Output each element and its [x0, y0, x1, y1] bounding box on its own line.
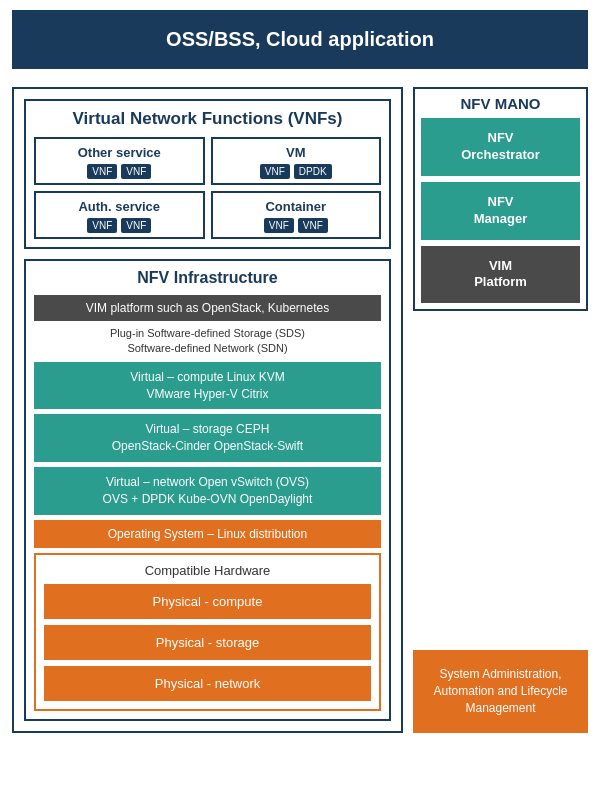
vnf-tag: VNF	[121, 164, 151, 179]
top-bar: OSS/BSS, Cloud application	[12, 10, 588, 69]
vnf-tag: VNF	[264, 218, 294, 233]
vnf-box-vm: VM VNF DPDK	[211, 137, 382, 185]
vnf-box-other-service: Other service VNF VNF	[34, 137, 205, 185]
physical-network: Physical - network	[44, 666, 371, 701]
vnf-box-container-title: Container	[217, 199, 376, 214]
sys-admin-box: System Administration, Automation and Li…	[413, 650, 588, 732]
sys-admin-label: System Administration, Automation and Li…	[433, 667, 567, 715]
virtual-network-bar: Virtual – network Open vSwitch (OVS)OVS …	[34, 467, 381, 515]
nfv-manager: NFVManager	[421, 182, 580, 240]
plugin-text: Plug-in Software-defined Storage (SDS)So…	[34, 326, 381, 357]
hardware-title: Compatible Hardware	[44, 563, 371, 578]
top-bar-title: OSS/BSS, Cloud application	[166, 28, 434, 50]
nfv-mano-title: NFV MANO	[421, 95, 580, 112]
vnf-box-other-service-title: Other service	[40, 145, 199, 160]
virtual-storage-bar: Virtual – storage CEPHOpenStack-Cinder O…	[34, 414, 381, 462]
vnf-box-vm-title: VM	[217, 145, 376, 160]
vnf-section: Virtual Network Functions (VNFs) Other s…	[24, 99, 391, 249]
vnf-tag: VNF	[87, 218, 117, 233]
physical-compute: Physical - compute	[44, 584, 371, 619]
nfvi-title: NFV Infrastructure	[34, 269, 381, 287]
vnf-tag: VNF	[121, 218, 151, 233]
physical-storage: Physical - storage	[44, 625, 371, 660]
hardware-box: Compatible Hardware Physical - compute P…	[34, 553, 381, 711]
os-bar: Operating System – Linux distribution	[34, 520, 381, 548]
vnf-box-container: Container VNF VNF	[211, 191, 382, 239]
nfv-orchestrator: NFVOrchestrator	[421, 118, 580, 176]
vnf-box-auth: Auth. service VNF VNF	[34, 191, 205, 239]
nfv-mano-section: NFV MANO NFVOrchestrator NFVManager VIMP…	[413, 87, 588, 311]
vim-platform-bar: VIM platform such as OpenStack, Kubernet…	[34, 295, 381, 321]
vnf-tag: VNF	[87, 164, 117, 179]
vnf-tag: VNF	[298, 218, 328, 233]
vnf-box-auth-title: Auth. service	[40, 199, 199, 214]
vnf-grid: Other service VNF VNF VM VNF DPDK Auth. …	[34, 137, 381, 239]
vnf-title: Virtual Network Functions (VNFs)	[34, 109, 381, 129]
vnf-tag: VNF	[260, 164, 290, 179]
vim-platform: VIMPlatform	[421, 246, 580, 304]
virtual-compute-bar: Virtual – compute Linux KVMVMware Hyper-…	[34, 362, 381, 410]
left-column: Virtual Network Functions (VNFs) Other s…	[12, 87, 403, 733]
nfvi-section: NFV Infrastructure VIM platform such as …	[24, 259, 391, 721]
vnf-tag: DPDK	[294, 164, 332, 179]
right-column: NFV MANO NFVOrchestrator NFVManager VIMP…	[413, 87, 588, 733]
